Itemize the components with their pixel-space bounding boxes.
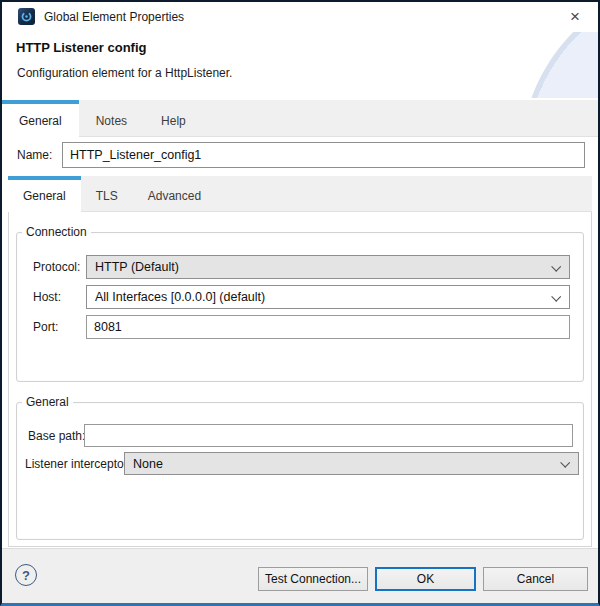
inner-tab-content: Connection Protocol: HTTP (Default) Host… <box>8 212 592 547</box>
inner-tab-general[interactable]: General <box>8 176 81 212</box>
window-title: Global Element Properties <box>44 2 184 32</box>
tab-help[interactable]: Help <box>144 100 203 137</box>
button-bar: ? Test Connection... OK Cancel <box>2 548 598 603</box>
global-element-properties-dialog: Global Element Properties × HTTP Listene… <box>0 0 600 606</box>
base-path-label: Base path: <box>28 424 85 448</box>
host-combobox[interactable]: All Interfaces [0.0.0.0] (default) <box>86 285 570 309</box>
mule-config-icon <box>20 10 33 23</box>
help-icon[interactable]: ? <box>15 564 37 586</box>
close-icon[interactable]: × <box>562 5 588 29</box>
host-label: Host: <box>33 285 61 309</box>
name-input[interactable] <box>62 142 585 168</box>
port-label: Port: <box>33 315 58 339</box>
connection-group: Connection Protocol: HTTP (Default) Host… <box>16 225 584 382</box>
inner-tab-bar: General TLS Advanced <box>8 176 592 212</box>
protocol-dropdown[interactable]: HTTP (Default) <box>86 255 570 279</box>
name-label: Name: <box>17 142 52 168</box>
port-input[interactable] <box>86 315 570 339</box>
listener-interceptors-label: Listener interceptors <box>25 452 134 476</box>
banner: HTTP Listener config Configuration eleme… <box>2 32 598 98</box>
connection-group-legend: Connection <box>22 225 91 239</box>
test-connection-button[interactable]: Test Connection... <box>258 567 368 591</box>
tab-general[interactable]: General <box>2 100 79 137</box>
inner-tab-tls[interactable]: TLS <box>81 176 133 212</box>
protocol-value: HTTP (Default) <box>95 260 179 274</box>
app-icon <box>18 8 35 25</box>
cancel-button[interactable]: Cancel <box>483 567 588 591</box>
inner-tab-advanced[interactable]: Advanced <box>133 176 216 212</box>
general-group: General Base path: Listener interceptors… <box>16 395 584 540</box>
chevron-down-icon <box>560 458 570 468</box>
general-group-legend: General <box>22 395 73 409</box>
chevron-down-icon <box>551 262 561 272</box>
listener-interceptors-value: None <box>133 457 163 471</box>
ok-button[interactable]: OK <box>375 567 476 591</box>
outer-tab-bar: General Notes Help <box>2 100 598 137</box>
chevron-down-icon <box>551 292 561 302</box>
title-bar: Global Element Properties × <box>2 2 598 32</box>
page-title: HTTP Listener config <box>16 40 147 55</box>
base-path-input[interactable] <box>84 424 573 447</box>
listener-interceptors-dropdown[interactable]: None <box>124 452 579 475</box>
protocol-label: Protocol: <box>33 255 80 279</box>
tab-notes[interactable]: Notes <box>79 100 144 137</box>
page-description: Configuration element for a HttpListener… <box>17 66 232 80</box>
host-value: All Interfaces [0.0.0.0] (default) <box>95 290 265 304</box>
